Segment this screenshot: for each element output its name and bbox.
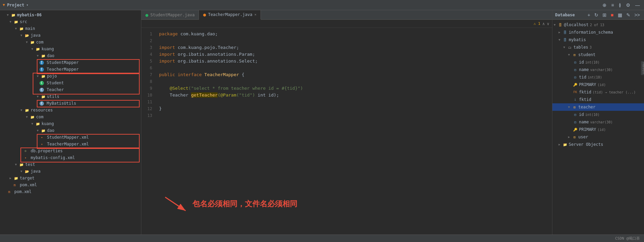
- db-item-student-idx[interactable]: i fktid: [552, 96, 644, 103]
- project-dropdown[interactable]: ▾: [26, 3, 28, 7]
- db-item-student-tbl[interactable]: ▼ ⊞ student: [552, 51, 644, 58]
- db-item-teacher-pk[interactable]: 🔑 PRIMARY (id): [552, 126, 644, 133]
- tree-item-com[interactable]: ▼ 📁 com: [0, 39, 141, 46]
- tree-item-mybatis06[interactable]: ▼ 📁 mybatis-06: [0, 12, 141, 18]
- tree-label-dbprops: db.properties: [31, 149, 63, 153]
- expand-btn[interactable]: ≡: [610, 2, 615, 8]
- tab-dot-student: ●: [145, 12, 148, 18]
- code-line-10: Teacher getTeacher(@Param("tid") int id)…: [159, 92, 552, 99]
- db-refresh-btn[interactable]: ↻: [593, 12, 600, 18]
- tree-label-test: test: [25, 162, 35, 167]
- maven-label[interactable]: Maven: [641, 61, 644, 75]
- settings-btn[interactable]: ⚙: [625, 2, 632, 8]
- db-item-localhost[interactable]: ▼ 🗄 @localhost 2 of 13: [552, 21, 644, 29]
- tree-item-java2[interactable]: ▼ 📂 java: [0, 168, 141, 175]
- minimize-btn[interactable]: —: [634, 2, 641, 8]
- db-label-teacher: teacher: [578, 105, 596, 109]
- folder-icon-dao: 📁: [41, 53, 46, 58]
- db-item-mybatis[interactable]: ▼ 🗄 mybatis: [552, 36, 644, 44]
- tree-item-kuang[interactable]: ▼ 📁 kuang: [0, 46, 141, 52]
- tree-item-dao[interactable]: ▼ 📁 dao: [0, 52, 141, 59]
- db-edit-btn[interactable]: ✎: [625, 12, 632, 18]
- tab-close-teacher[interactable]: ✕: [254, 13, 256, 16]
- db-item-teacher-name[interactable]: ⊟ name varchar(30): [552, 118, 644, 126]
- db-item-user[interactable]: ▶ ⊞ user: [552, 133, 644, 141]
- nav-up-btn[interactable]: ∧: [543, 21, 545, 26]
- tree-item-utils[interactable]: ▼ 📁 utils: [0, 93, 141, 100]
- tree-item-test[interactable]: ▼ 📁 test: [0, 161, 141, 168]
- collapse-btn[interactable]: ≬: [617, 2, 623, 8]
- col-icon-id: ⊟: [573, 60, 578, 65]
- tab-TeacherMapper[interactable]: ● TeacherMapper.java ✕: [199, 10, 261, 20]
- db-label-teacher-pk: PRIMARY: [579, 127, 596, 132]
- code-area[interactable]: 12345 678910 111213 package com.kuang.da…: [141, 28, 552, 235]
- tree-item-MyBatisUtils[interactable]: C MyBatisUtils: [0, 100, 141, 107]
- tree-item-mybatisconfig[interactable]: ✦ mybatis-config.xml: [0, 154, 141, 161]
- tree-label-mybatisconfig: mybatis-config.xml: [31, 155, 75, 160]
- db-item-server-objects[interactable]: ▶ 📁 Server Objects: [552, 141, 644, 148]
- db-icon-localhost: 🗄: [558, 22, 563, 27]
- tree-item-dao2[interactable]: ▼ 📁 dao: [0, 127, 141, 134]
- db-item-student-id[interactable]: ⊟ id int(10): [552, 58, 644, 66]
- db-schema-btn[interactable]: ⊞: [601, 12, 608, 18]
- db-more-btn[interactable]: >>: [633, 12, 641, 18]
- outlined-group-config: ⚙ db.properties ✦ mybatis-config.xml: [0, 148, 141, 161]
- tree-label-java2: java: [31, 169, 41, 174]
- tree-item-StudentMapperXml[interactable]: ✦ StudentMapper.xml: [0, 134, 141, 141]
- tree-item-com2[interactable]: ▼ 📁 com: [0, 114, 141, 120]
- db-item-teacher-id[interactable]: ⊟ id int(10): [552, 111, 644, 118]
- code-line-13: [159, 112, 552, 119]
- tree-item-dbprops[interactable]: ⚙ db.properties: [0, 148, 141, 154]
- class-icon-student: C: [40, 81, 44, 85]
- tree-item-resources[interactable]: ▼ 📁 resources: [0, 107, 141, 114]
- db-stop-btn[interactable]: ■: [609, 12, 615, 18]
- arrow-student: ▼: [568, 53, 572, 56]
- db-item-student-fk[interactable]: FK fktid (tid) → teacher (...): [552, 88, 644, 96]
- tree-label-com: com: [36, 40, 44, 45]
- tree-item-pojo[interactable]: ▼ 📁 pojo: [0, 73, 141, 80]
- db-item-student-name[interactable]: ⊟ name varchar(30): [552, 66, 644, 73]
- arrow-test: ▼: [15, 163, 19, 166]
- tree-item-Teacher[interactable]: C Teacher: [0, 86, 141, 93]
- db-item-info-schema[interactable]: ▶ 🗄 information_schema: [552, 29, 644, 36]
- locate-btn[interactable]: ⊕: [601, 2, 608, 8]
- tree-item-java[interactable]: ▼ 📂 java: [0, 32, 141, 39]
- folder-icon-pojo: 📁: [41, 74, 46, 79]
- db-table-btn[interactable]: ▦: [616, 12, 624, 18]
- tree-label-resources: resources: [31, 108, 53, 113]
- tree-item-kuang2[interactable]: ▼ 📁 kuang: [0, 120, 141, 127]
- db-type-student-id: int(10): [585, 60, 599, 64]
- db-item-teacher-tbl[interactable]: ▼ ⊞ teacher: [552, 103, 644, 111]
- tree-item-TeacherMapper[interactable]: I TeacherMapper: [0, 66, 141, 73]
- db-item-student-pk[interactable]: 🔑 PRIMARY (id): [552, 81, 644, 88]
- tree-item-pomxml1[interactable]: m pom.xml: [0, 182, 141, 188]
- arrow-utils: ▼: [37, 95, 41, 98]
- arrow-resources: ▼: [20, 108, 25, 112]
- project-tree[interactable]: ▼ 📁 mybatis-06 ▼ 📁 src ▼ 📁 main: [0, 10, 141, 235]
- code-line-6: [159, 65, 552, 71]
- tree-item-StudentMapper[interactable]: I StudentMapper: [0, 59, 141, 66]
- warning-badge: ⚠ 1: [534, 21, 540, 26]
- arrow-com: ▼: [26, 40, 30, 44]
- tree-label-mybatis06: mybatis-06: [17, 13, 42, 17]
- tree-label-pojo: pojo: [47, 74, 57, 79]
- line-numbers: 12345 678910 111213: [141, 28, 155, 235]
- tree-item-pomxml2[interactable]: m pom.xml: [0, 188, 141, 195]
- db-tree[interactable]: ▼ 🗄 @localhost 2 of 13 ▶ 🗄 information_s…: [552, 20, 644, 235]
- tree-item-target[interactable]: ▶ 📁 target: [0, 175, 141, 182]
- top-bar-title: Project: [7, 3, 25, 7]
- tree-item-main[interactable]: ▼ 📁 main: [0, 25, 141, 32]
- nav-down-btn[interactable]: ∨: [547, 21, 549, 26]
- db-add-btn[interactable]: +: [586, 12, 592, 18]
- db-item-student-tid[interactable]: ⊟ tid int(10): [552, 73, 644, 81]
- folder-icon-server-objects: 📁: [563, 142, 567, 147]
- tree-item-TeacherMapperXml[interactable]: ✦ TeacherMapper.xml: [0, 141, 141, 148]
- tree-item-src[interactable]: ▼ 📁 src: [0, 18, 141, 25]
- folder-icon-com2: 📁: [30, 115, 35, 119]
- arrow-kuang: ▼: [31, 47, 35, 51]
- db-item-tables[interactable]: ▼ 🗂 tables 3: [552, 44, 644, 51]
- tab-StudentMapper[interactable]: ● StudentMapper.java: [141, 10, 199, 20]
- arrow-info-schema: ▶: [559, 31, 563, 34]
- db-label-info-schema: information_schema: [569, 30, 613, 35]
- tree-item-Student[interactable]: C Student: [0, 80, 141, 86]
